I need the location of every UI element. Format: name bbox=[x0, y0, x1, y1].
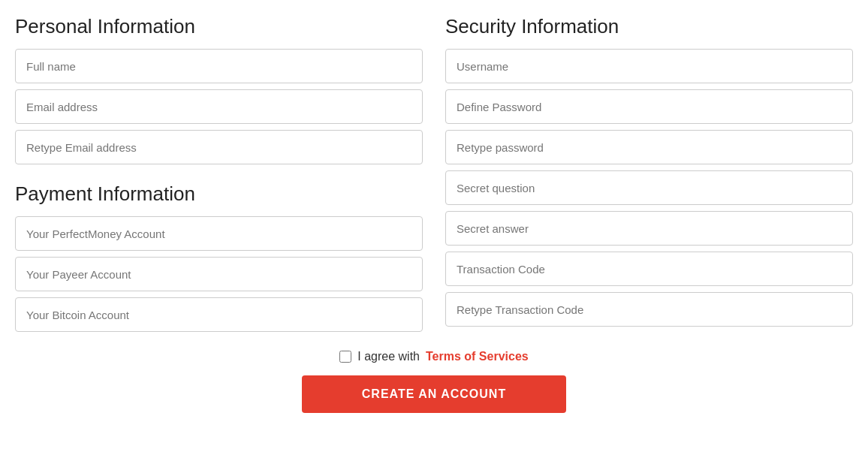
email-wrap bbox=[15, 89, 423, 124]
retype-password-wrap bbox=[445, 130, 853, 164]
full-name-input[interactable] bbox=[15, 49, 423, 83]
security-section: Security Information bbox=[445, 15, 853, 332]
bottom-section: I agree with Terms of Services CREATE AN… bbox=[15, 350, 853, 413]
payment-section: Payment Information bbox=[15, 182, 423, 332]
username-wrap bbox=[445, 49, 853, 83]
retype-transaction-code-input[interactable] bbox=[445, 292, 853, 327]
transaction-code-input[interactable] bbox=[445, 252, 853, 286]
email-input[interactable] bbox=[15, 89, 423, 124]
agree-checkbox[interactable] bbox=[339, 351, 351, 363]
secret-answer-input[interactable] bbox=[445, 211, 853, 246]
personal-fields bbox=[15, 49, 423, 164]
retype-transaction-code-wrap bbox=[445, 292, 853, 327]
payeer-input[interactable] bbox=[15, 257, 423, 291]
retype-email-input[interactable] bbox=[15, 130, 423, 164]
payeer-wrap bbox=[15, 257, 423, 291]
bitcoin-wrap bbox=[15, 297, 423, 332]
secret-answer-wrap bbox=[445, 211, 853, 246]
define-password-wrap bbox=[445, 89, 853, 124]
personal-info-title: Personal Information bbox=[15, 15, 423, 38]
full-name-wrap bbox=[15, 49, 423, 83]
secret-question-wrap bbox=[445, 170, 853, 205]
agree-prefix: I agree with bbox=[357, 350, 420, 363]
perfectmoney-wrap bbox=[15, 216, 423, 251]
define-password-input[interactable] bbox=[445, 89, 853, 124]
perfectmoney-input[interactable] bbox=[15, 216, 423, 251]
retype-password-input[interactable] bbox=[445, 130, 853, 164]
create-account-button[interactable]: CREATE AN ACCOUNT bbox=[302, 375, 566, 413]
terms-link[interactable]: Terms of Services bbox=[426, 350, 529, 363]
payment-info-title: Payment Information bbox=[15, 182, 423, 206]
security-info-title: Security Information bbox=[445, 15, 853, 38]
retype-email-wrap bbox=[15, 130, 423, 164]
username-input[interactable] bbox=[445, 49, 853, 83]
security-fields bbox=[445, 49, 853, 327]
agree-row: I agree with Terms of Services bbox=[339, 350, 528, 363]
transaction-code-wrap bbox=[445, 252, 853, 286]
bitcoin-input[interactable] bbox=[15, 297, 423, 332]
secret-question-input[interactable] bbox=[445, 170, 853, 205]
payment-fields bbox=[15, 216, 423, 332]
